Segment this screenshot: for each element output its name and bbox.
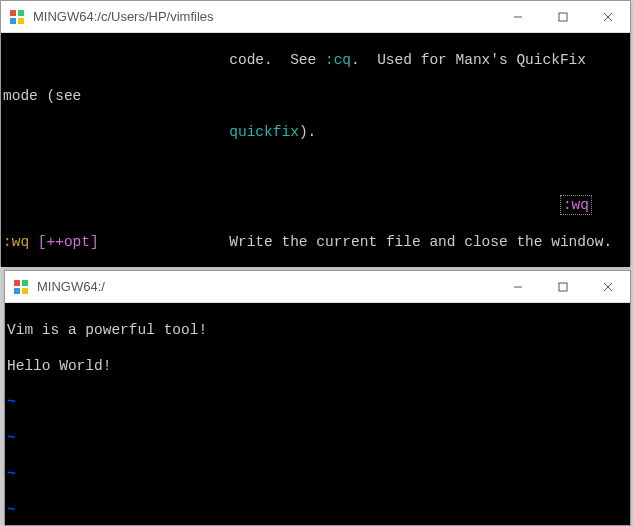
svg-rect-3 (18, 18, 24, 24)
svg-rect-10 (14, 288, 20, 294)
help-text: mode (see (1, 87, 630, 105)
tilde-line: ~ (5, 393, 630, 411)
svg-rect-2 (10, 18, 16, 24)
svg-rect-0 (10, 10, 16, 16)
ex-opt: [++opt] (38, 234, 99, 250)
help-text: ). (299, 124, 316, 140)
help-tag: :wq (560, 195, 592, 215)
maximize-button[interactable] (540, 271, 585, 303)
terminal-content[interactable]: Vim is a powerful tool! Hello World! ~ ~… (5, 303, 630, 525)
svg-rect-13 (559, 283, 567, 291)
terminal-content[interactable]: code. See :cq. Used for Manx's QuickFix … (1, 33, 630, 267)
help-text: . Used for Manx's QuickFix (351, 52, 595, 68)
help-text: code. See (3, 52, 325, 68)
maximize-button[interactable] (540, 1, 585, 33)
help-text: Write the current file and close the win… (99, 234, 612, 250)
window-controls (495, 271, 630, 303)
svg-rect-5 (559, 13, 567, 21)
help-text (3, 124, 229, 140)
titlebar[interactable]: MINGW64:/c/Users/HP/vimfiles (1, 1, 630, 33)
minimize-button[interactable] (495, 1, 540, 33)
window-title: MINGW64:/c/Users/HP/vimfiles (33, 9, 495, 24)
svg-rect-9 (22, 280, 28, 286)
terminal-window-top: MINGW64:/c/Users/HP/vimfiles code. See :… (0, 0, 631, 266)
tilde-line: ~ (5, 465, 630, 483)
terminal-window-bottom: MINGW64:/ Vim is a powerful tool! Hello … (4, 270, 631, 526)
titlebar[interactable]: MINGW64:/ (5, 271, 630, 303)
ex-command: :wq (3, 234, 38, 250)
minimize-button[interactable] (495, 271, 540, 303)
help-link: quickfix (229, 124, 299, 140)
tilde-line: ~ (5, 501, 630, 519)
help-link: :cq (325, 52, 351, 68)
close-button[interactable] (585, 1, 630, 33)
window-title: MINGW64:/ (37, 279, 495, 294)
tilde-line: ~ (5, 429, 630, 447)
buffer-text: Hello World! (5, 357, 630, 375)
window-controls (495, 1, 630, 33)
buffer-text: Vim is a powerful tool! (5, 321, 630, 339)
close-button[interactable] (585, 271, 630, 303)
mintty-logo-icon (13, 279, 29, 295)
mintty-logo-icon (9, 9, 25, 25)
svg-rect-8 (14, 280, 20, 286)
svg-rect-11 (22, 288, 28, 294)
svg-rect-1 (18, 10, 24, 16)
